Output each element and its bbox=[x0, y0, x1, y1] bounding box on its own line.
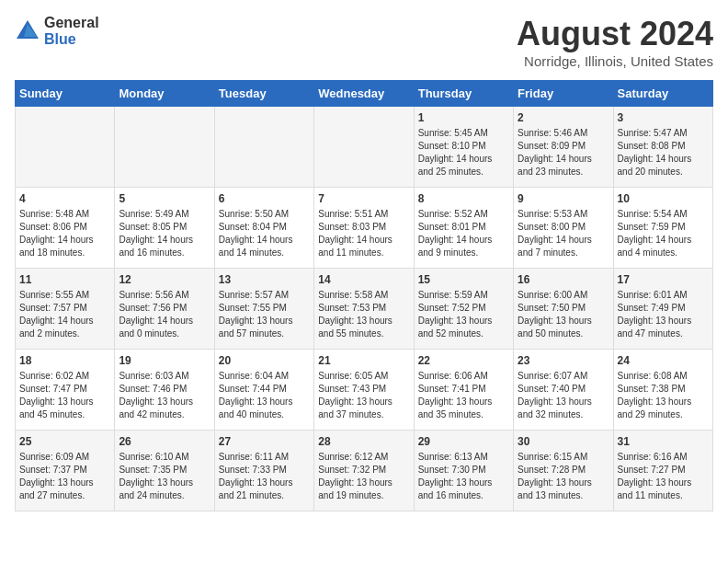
day-content: Sunrise: 6:10 AM Sunset: 7:35 PM Dayligh… bbox=[119, 451, 210, 502]
calendar-cell: 5Sunrise: 5:49 AM Sunset: 8:05 PM Daylig… bbox=[115, 188, 214, 269]
day-content: Sunrise: 6:12 AM Sunset: 7:32 PM Dayligh… bbox=[318, 451, 409, 502]
calendar-cell: 20Sunrise: 6:04 AM Sunset: 7:44 PM Dayli… bbox=[214, 350, 313, 431]
day-content: Sunrise: 5:52 AM Sunset: 8:01 PM Dayligh… bbox=[418, 208, 509, 259]
logo-icon bbox=[15, 18, 40, 44]
calendar-cell: 26Sunrise: 6:10 AM Sunset: 7:35 PM Dayli… bbox=[115, 431, 214, 511]
day-content: Sunrise: 5:54 AM Sunset: 7:59 PM Dayligh… bbox=[618, 208, 709, 259]
calendar-table: SundayMondayTuesdayWednesdayThursdayFrid… bbox=[15, 80, 713, 511]
day-number: 7 bbox=[318, 192, 409, 205]
day-content: Sunrise: 6:03 AM Sunset: 7:46 PM Dayligh… bbox=[119, 370, 210, 421]
calendar-cell: 3Sunrise: 5:47 AM Sunset: 8:08 PM Daylig… bbox=[613, 107, 712, 188]
calendar-cell: 9Sunrise: 5:53 AM Sunset: 8:00 PM Daylig… bbox=[514, 188, 613, 269]
day-content: Sunrise: 6:07 AM Sunset: 7:40 PM Dayligh… bbox=[518, 370, 609, 421]
day-number: 30 bbox=[518, 435, 609, 448]
day-number: 28 bbox=[318, 435, 409, 448]
calendar-cell: 30Sunrise: 6:15 AM Sunset: 7:28 PM Dayli… bbox=[514, 431, 613, 511]
day-content: Sunrise: 5:55 AM Sunset: 7:57 PM Dayligh… bbox=[19, 289, 110, 340]
header-day: Monday bbox=[115, 81, 214, 107]
day-number: 10 bbox=[618, 192, 709, 205]
day-number: 25 bbox=[19, 435, 110, 448]
day-content: Sunrise: 6:09 AM Sunset: 7:37 PM Dayligh… bbox=[19, 451, 110, 502]
calendar-cell: 27Sunrise: 6:11 AM Sunset: 7:33 PM Dayli… bbox=[214, 431, 313, 511]
calendar-header: SundayMondayTuesdayWednesdayThursdayFrid… bbox=[16, 81, 713, 107]
day-content: Sunrise: 6:00 AM Sunset: 7:50 PM Dayligh… bbox=[518, 289, 609, 340]
day-content: Sunrise: 6:02 AM Sunset: 7:47 PM Dayligh… bbox=[19, 370, 110, 421]
logo: General Blue bbox=[15, 15, 99, 47]
calendar-cell: 28Sunrise: 6:12 AM Sunset: 7:32 PM Dayli… bbox=[314, 431, 414, 511]
calendar-body: 1Sunrise: 5:45 AM Sunset: 8:10 PM Daylig… bbox=[16, 107, 713, 511]
day-number: 26 bbox=[119, 435, 210, 448]
calendar-cell: 13Sunrise: 5:57 AM Sunset: 7:55 PM Dayli… bbox=[214, 269, 313, 350]
day-number: 19 bbox=[119, 354, 210, 367]
day-number: 20 bbox=[219, 354, 310, 367]
calendar-cell: 25Sunrise: 6:09 AM Sunset: 7:37 PM Dayli… bbox=[16, 431, 115, 511]
day-number: 1 bbox=[418, 111, 509, 124]
calendar-cell: 19Sunrise: 6:03 AM Sunset: 7:46 PM Dayli… bbox=[115, 350, 214, 431]
calendar-cell bbox=[16, 107, 115, 188]
day-number: 9 bbox=[518, 192, 609, 205]
day-content: Sunrise: 5:45 AM Sunset: 8:10 PM Dayligh… bbox=[418, 127, 509, 178]
calendar-cell: 1Sunrise: 5:45 AM Sunset: 8:10 PM Daylig… bbox=[414, 107, 513, 188]
calendar-cell: 7Sunrise: 5:51 AM Sunset: 8:03 PM Daylig… bbox=[314, 188, 414, 269]
calendar-cell: 6Sunrise: 5:50 AM Sunset: 8:04 PM Daylig… bbox=[214, 188, 313, 269]
calendar-cell: 17Sunrise: 6:01 AM Sunset: 7:49 PM Dayli… bbox=[613, 269, 712, 350]
day-content: Sunrise: 6:08 AM Sunset: 7:38 PM Dayligh… bbox=[618, 370, 709, 421]
day-content: Sunrise: 5:48 AM Sunset: 8:06 PM Dayligh… bbox=[19, 208, 110, 259]
calendar-cell: 8Sunrise: 5:52 AM Sunset: 8:01 PM Daylig… bbox=[414, 188, 513, 269]
header-row: SundayMondayTuesdayWednesdayThursdayFrid… bbox=[16, 81, 713, 107]
calendar-cell: 23Sunrise: 6:07 AM Sunset: 7:40 PM Dayli… bbox=[514, 350, 613, 431]
calendar-cell: 11Sunrise: 5:55 AM Sunset: 7:57 PM Dayli… bbox=[16, 269, 115, 350]
logo-text: General Blue bbox=[44, 15, 99, 47]
day-content: Sunrise: 6:11 AM Sunset: 7:33 PM Dayligh… bbox=[219, 451, 310, 502]
day-content: Sunrise: 5:47 AM Sunset: 8:08 PM Dayligh… bbox=[618, 127, 709, 178]
calendar-cell: 4Sunrise: 5:48 AM Sunset: 8:06 PM Daylig… bbox=[16, 188, 115, 269]
day-number: 31 bbox=[618, 435, 709, 448]
calendar-cell: 21Sunrise: 6:05 AM Sunset: 7:43 PM Dayli… bbox=[314, 350, 414, 431]
day-content: Sunrise: 5:51 AM Sunset: 8:03 PM Dayligh… bbox=[318, 208, 409, 259]
day-content: Sunrise: 6:16 AM Sunset: 7:27 PM Dayligh… bbox=[618, 451, 709, 502]
calendar-cell: 14Sunrise: 5:58 AM Sunset: 7:53 PM Dayli… bbox=[314, 269, 414, 350]
day-content: Sunrise: 6:13 AM Sunset: 7:30 PM Dayligh… bbox=[418, 451, 509, 502]
calendar-week-row: 4Sunrise: 5:48 AM Sunset: 8:06 PM Daylig… bbox=[16, 188, 713, 269]
calendar-cell: 12Sunrise: 5:56 AM Sunset: 7:56 PM Dayli… bbox=[115, 269, 214, 350]
day-content: Sunrise: 5:50 AM Sunset: 8:04 PM Dayligh… bbox=[219, 208, 310, 259]
day-content: Sunrise: 6:15 AM Sunset: 7:28 PM Dayligh… bbox=[518, 451, 609, 502]
day-number: 6 bbox=[219, 192, 310, 205]
page-header: General Blue August 2024 Norridge, Illin… bbox=[15, 15, 713, 69]
day-number: 18 bbox=[19, 354, 110, 367]
calendar-week-row: 1Sunrise: 5:45 AM Sunset: 8:10 PM Daylig… bbox=[16, 107, 713, 188]
calendar-week-row: 18Sunrise: 6:02 AM Sunset: 7:47 PM Dayli… bbox=[16, 350, 713, 431]
day-content: Sunrise: 5:59 AM Sunset: 7:52 PM Dayligh… bbox=[418, 289, 509, 340]
header-day: Wednesday bbox=[314, 81, 414, 107]
day-number: 23 bbox=[518, 354, 609, 367]
day-content: Sunrise: 6:05 AM Sunset: 7:43 PM Dayligh… bbox=[318, 370, 409, 421]
day-content: Sunrise: 6:01 AM Sunset: 7:49 PM Dayligh… bbox=[618, 289, 709, 340]
day-number: 16 bbox=[518, 273, 609, 286]
day-content: Sunrise: 5:53 AM Sunset: 8:00 PM Dayligh… bbox=[518, 208, 609, 259]
title-block: August 2024 Norridge, Illinois, United S… bbox=[517, 15, 713, 69]
calendar-cell: 18Sunrise: 6:02 AM Sunset: 7:47 PM Dayli… bbox=[16, 350, 115, 431]
calendar-cell bbox=[214, 107, 313, 188]
day-number: 24 bbox=[618, 354, 709, 367]
header-day: Friday bbox=[514, 81, 613, 107]
day-number: 5 bbox=[119, 192, 210, 205]
calendar-week-row: 11Sunrise: 5:55 AM Sunset: 7:57 PM Dayli… bbox=[16, 269, 713, 350]
day-number: 12 bbox=[119, 273, 210, 286]
day-number: 3 bbox=[618, 111, 709, 124]
day-number: 22 bbox=[418, 354, 509, 367]
day-number: 27 bbox=[219, 435, 310, 448]
day-number: 11 bbox=[19, 273, 110, 286]
day-number: 13 bbox=[219, 273, 310, 286]
calendar-cell: 24Sunrise: 6:08 AM Sunset: 7:38 PM Dayli… bbox=[613, 350, 712, 431]
day-number: 8 bbox=[418, 192, 509, 205]
header-day: Tuesday bbox=[214, 81, 313, 107]
day-number: 15 bbox=[418, 273, 509, 286]
day-content: Sunrise: 5:46 AM Sunset: 8:09 PM Dayligh… bbox=[518, 127, 609, 178]
subtitle: Norridge, Illinois, United States bbox=[517, 53, 713, 69]
calendar-cell: 22Sunrise: 6:06 AM Sunset: 7:41 PM Dayli… bbox=[414, 350, 513, 431]
calendar-cell bbox=[115, 107, 214, 188]
calendar-cell: 2Sunrise: 5:46 AM Sunset: 8:09 PM Daylig… bbox=[514, 107, 613, 188]
calendar-cell: 29Sunrise: 6:13 AM Sunset: 7:30 PM Dayli… bbox=[414, 431, 513, 511]
day-number: 17 bbox=[618, 273, 709, 286]
logo-general-text: General bbox=[44, 15, 99, 31]
